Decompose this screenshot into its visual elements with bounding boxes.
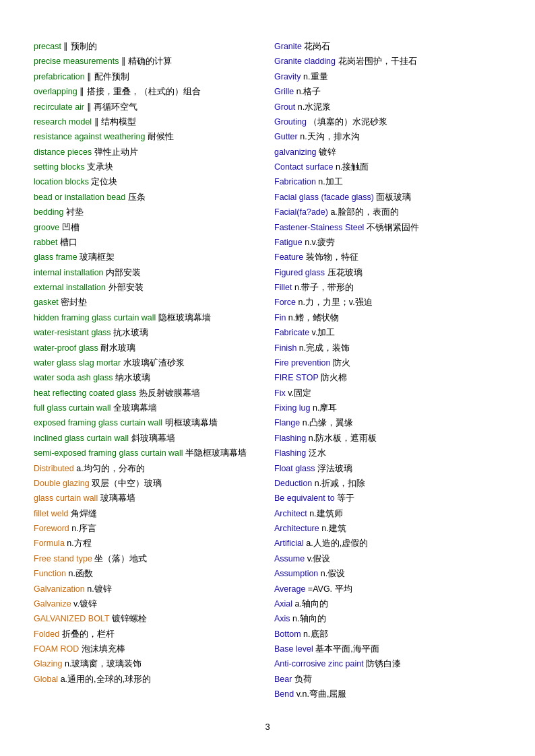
list-item: full glass curtain wall 全玻璃幕墙 xyxy=(34,402,261,415)
list-item: glass frame 玻璃框架 xyxy=(34,251,261,264)
term-english: precast xyxy=(34,42,61,51)
term-chinese: =AVG. 平均 xyxy=(308,584,352,594)
term-chinese: 凹槽 xyxy=(62,223,80,232)
term-chinese: n.摩耳 xyxy=(313,403,337,413)
list-item: Fatigue n.v.疲劳 xyxy=(274,236,501,249)
term-chinese: 坐（落）地式 xyxy=(94,554,147,563)
list-item: Free stand type 坐（落）地式 xyxy=(34,553,261,565)
term-english: Average xyxy=(274,584,305,594)
list-item: resistance against weathering 耐候性 xyxy=(34,131,261,143)
term-english: Artificial xyxy=(274,539,304,548)
term-chinese: 玻璃框架 xyxy=(80,252,115,262)
term-english: overlapping xyxy=(34,87,77,96)
term-english: exposed framing glass curtain wall xyxy=(34,418,162,427)
term-english: Free stand type xyxy=(34,554,92,563)
term-chinese: 泡沫填充棒 xyxy=(82,644,125,654)
left-column: precast ∥ 预制的precise measurements ∥ 精确的计… xyxy=(34,40,261,701)
term-english: bead or installation bead xyxy=(34,193,125,202)
term-english: Galvanization xyxy=(34,584,85,594)
term-chinese: 外部安装 xyxy=(108,283,144,292)
list-item: internal installation 内部安装 xyxy=(34,267,261,279)
term-english: distance pieces xyxy=(34,147,92,157)
list-item: Force n.力，力里；v.强迫 xyxy=(274,296,501,309)
list-item: exposed framing glass curtain wall 明框玻璃幕… xyxy=(34,417,261,429)
term-chinese: v.n.弯曲,屈服 xyxy=(296,689,347,699)
term-chinese: 花岗石 xyxy=(304,42,330,51)
term-chinese: n.函数 xyxy=(68,569,92,578)
list-item: external installation 外部安装 xyxy=(34,281,261,294)
term-english: Bear xyxy=(274,675,292,684)
list-item: inclined glass curtain wall 斜玻璃幕墙 xyxy=(34,432,261,445)
list-item: Bend v.n.弯曲,屈服 xyxy=(274,688,501,701)
term-english: water-resistant glass xyxy=(34,328,111,337)
list-item: Granite cladding 花岗岩围护，干挂石 xyxy=(274,55,501,68)
term-english: Architecture xyxy=(274,524,319,533)
term-chinese: 定位块 xyxy=(91,177,117,186)
term-chinese: 双层（中空）玻璃 xyxy=(92,479,162,488)
term-english: Fabricate xyxy=(274,328,309,337)
term-chinese: 不锈钢紧固件 xyxy=(367,223,419,232)
term-chinese: a.人造的,虚假的 xyxy=(306,539,368,548)
term-chinese: n.完成，装饰 xyxy=(299,343,350,353)
list-item: hidden framing glass curtain wall 隐框玻璃幕墙 xyxy=(34,312,261,324)
term-chinese: n.防水板，遮雨板 xyxy=(309,434,377,443)
list-item: Granite 花岗石 xyxy=(274,40,501,53)
term-chinese: n.凸缘，翼缘 xyxy=(303,418,353,427)
term-chinese: n.格子 xyxy=(296,87,321,96)
list-item: research model ∥ 结构模型 xyxy=(34,116,261,129)
term-chinese: n.水泥浆 xyxy=(298,102,331,112)
term-chinese: 耐候性 xyxy=(148,132,174,141)
term-chinese: n.建筑 xyxy=(321,524,346,533)
list-item: Global a.通用的,全球的,球形的 xyxy=(34,673,261,686)
list-item: precise measurements ∥ 精确的计算 xyxy=(34,55,261,68)
term-english: prefabrication xyxy=(34,72,85,81)
list-item: location blocks 定位块 xyxy=(34,176,261,188)
term-english: Grille xyxy=(274,87,294,96)
term-english: full glass curtain wall xyxy=(34,403,111,413)
term-chinese: 弹性止动片 xyxy=(94,147,138,157)
term-english: Fire prevention xyxy=(274,358,330,368)
term-english: glass frame xyxy=(34,252,77,262)
list-item: Artificial a.人造的,虚假的 xyxy=(274,537,501,550)
list-item: semi-exposed framing glass curtain wall … xyxy=(34,447,261,460)
list-item: Average =AVG. 平均 xyxy=(274,583,501,596)
term-chinese: v.镀锌 xyxy=(73,599,97,609)
term-separator: ∥ xyxy=(77,87,87,96)
list-item: Fabricate v.加工 xyxy=(274,327,501,339)
list-item: Fix v.固定 xyxy=(274,387,501,400)
term-chinese: 水玻璃矿渣砂浆 xyxy=(123,358,185,368)
term-chinese: n.玻璃窗，玻璃装饰 xyxy=(65,659,141,668)
term-chinese: 装饰物，特征 xyxy=(306,252,358,262)
term-english: Foreword xyxy=(34,524,69,533)
list-item: setting blocks 支承块 xyxy=(34,161,261,174)
term-chinese: 内部安装 xyxy=(106,268,141,277)
term-chinese: n.镀锌 xyxy=(87,584,111,594)
term-english: Facial(fa?ade) xyxy=(274,207,328,217)
term-english: Architect xyxy=(274,509,307,518)
list-item: groove 凹槽 xyxy=(34,221,261,234)
term-chinese: a.均匀的，分布的 xyxy=(76,464,144,473)
list-item: Float glass 浮法玻璃 xyxy=(274,462,501,475)
term-english: Granite cladding xyxy=(274,57,336,66)
term-chinese: 精确的计算 xyxy=(128,57,172,66)
term-chinese: n.折减，扣除 xyxy=(315,479,365,488)
list-item: Gravity n.重量 xyxy=(274,71,501,83)
term-chinese: a.轴向的 xyxy=(295,599,328,609)
term-english: recirculate air xyxy=(34,102,84,112)
term-english: water glass slag mortar xyxy=(34,358,121,368)
term-english: Finish xyxy=(274,343,296,353)
list-item: Fillet n.带子，带形的 xyxy=(274,281,501,294)
term-chinese: 防锈白漆 xyxy=(366,659,401,668)
term-english: bedding xyxy=(34,207,64,217)
term-chinese: 耐水玻璃 xyxy=(100,343,135,353)
term-chinese: v.固定 xyxy=(288,388,311,398)
term-chinese: 镀锌螺栓 xyxy=(112,614,147,623)
term-chinese: n.天沟，排水沟 xyxy=(300,132,359,141)
term-english: Function xyxy=(34,569,66,578)
list-item: water soda ash glass 纳水玻璃 xyxy=(34,372,261,384)
term-chinese: 基本平面,海平面 xyxy=(315,644,379,654)
list-item: Double glazing 双层（中空）玻璃 xyxy=(34,477,261,490)
term-chinese: n.加工 xyxy=(318,177,342,186)
term-english: gasket xyxy=(34,298,59,307)
term-english: Contact surface xyxy=(274,162,334,172)
